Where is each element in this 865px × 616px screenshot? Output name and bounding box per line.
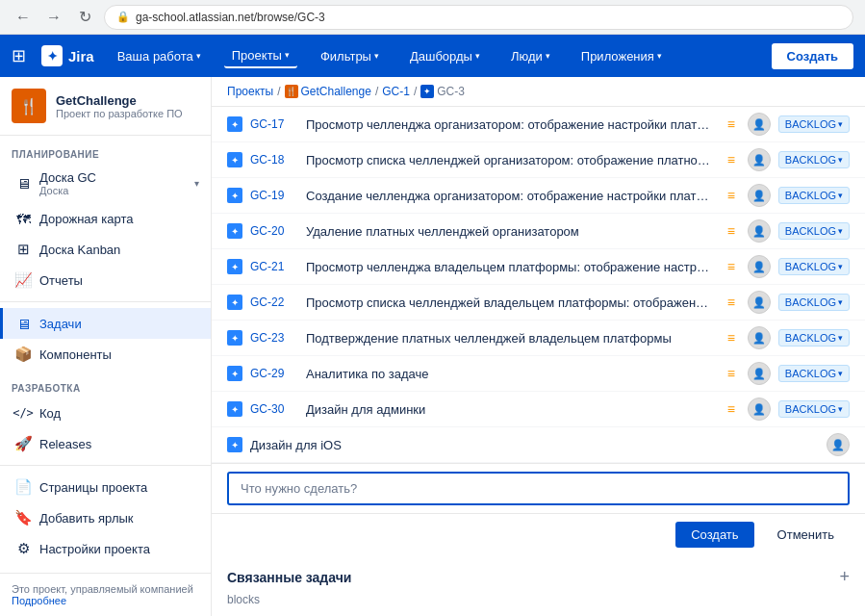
- code-label: Код: [39, 406, 61, 421]
- tasks-icon: 🖥: [14, 315, 32, 332]
- priority-medium-icon: ≡: [727, 330, 735, 346]
- sep-1: /: [277, 85, 280, 98]
- jira-badge-icon: ✦: [420, 85, 434, 98]
- table-row[interactable]: ✦GC-30Дизайн для админки≡👤BACKLOG ▾: [212, 392, 865, 427]
- issue-key[interactable]: GC-18: [250, 153, 298, 167]
- table-row[interactable]: ✦GC-20Удаление платных челленджей органи…: [212, 214, 865, 249]
- issue-key[interactable]: GC-22: [250, 295, 298, 309]
- chevron-right-icon: ▾: [194, 178, 199, 189]
- dashboards-btn[interactable]: Дашборды ▾: [402, 45, 488, 67]
- sidebar-item-roadmap[interactable]: 🗺 Дорожная карта: [0, 203, 211, 234]
- releases-label: Releases: [39, 437, 91, 451]
- breadcrumb-gc1[interactable]: GC-1: [382, 85, 410, 98]
- issue-summary: Дизайн для админки: [306, 402, 715, 417]
- refresh-button[interactable]: ↻: [73, 6, 96, 29]
- apps-btn[interactable]: Приложения ▾: [573, 45, 670, 67]
- jira-logo[interactable]: ✦ Jira: [41, 45, 94, 66]
- issue-status-badge[interactable]: BACKLOG ▾: [778, 365, 850, 382]
- issue-key[interactable]: GC-21: [250, 260, 298, 273]
- assignee-avatar: 👤: [748, 362, 771, 385]
- table-row[interactable]: ✦GC-22Просмотр списка челленджей владель…: [212, 285, 865, 321]
- create-button[interactable]: Создать: [772, 43, 853, 69]
- related-sub: blocks: [227, 593, 850, 606]
- sidebar-item-add-label[interactable]: 🔖 Добавить ярлык: [0, 502, 211, 533]
- reports-icon: 📈: [14, 271, 32, 289]
- sidebar-item-pages[interactable]: 📄 Страницы проекта: [0, 472, 211, 502]
- issue-status-badge[interactable]: BACKLOG ▾: [778, 329, 850, 346]
- issue-key[interactable]: GC-20: [250, 224, 298, 238]
- sidebar-item-kanban[interactable]: ⊞ Доска Kanban: [0, 234, 211, 265]
- priority-icon: ≡: [723, 258, 740, 275]
- related-add-button[interactable]: +: [839, 567, 850, 587]
- issue-key[interactable]: GC-23: [250, 331, 298, 345]
- chevron-down-icon: ▾: [657, 51, 662, 61]
- chevron-down-icon: ▾: [546, 51, 550, 61]
- sidebar-bottom: Это проект, управляемый компанией Подроб…: [0, 573, 211, 616]
- issue-key[interactable]: GC-19: [250, 189, 298, 202]
- related-section: Связанные задачи + blocks: [212, 555, 865, 616]
- issue-status-badge[interactable]: BACKLOG ▾: [778, 151, 850, 168]
- kanban-icon: ⊞: [14, 241, 32, 258]
- table-row[interactable]: ✦Дизайн для iOS👤: [212, 427, 865, 463]
- table-row[interactable]: ✦GC-29Аналитика по задаче≡👤BACKLOG ▾: [212, 356, 865, 392]
- table-row[interactable]: ✦GC-19Создание челленджа организатором: …: [212, 178, 865, 214]
- issue-key[interactable]: GC-17: [250, 117, 298, 131]
- grid-icon[interactable]: ⊞: [12, 45, 26, 66]
- chevron-down-icon: ▾: [838, 155, 843, 165]
- sidebar-item-settings[interactable]: ⚙ Настройки проекта: [0, 533, 211, 564]
- issue-status-badge[interactable]: BACKLOG ▾: [778, 222, 850, 240]
- reports-label: Отчеты: [39, 273, 83, 288]
- priority-icon: ≡: [723, 294, 740, 311]
- assignee-avatar: 👤: [748, 326, 771, 349]
- roadmap-icon: 🗺: [14, 210, 32, 227]
- chevron-down-icon: ▾: [838, 297, 843, 307]
- priority-icon: ≡: [723, 151, 740, 168]
- sidebar-item-tasks[interactable]: 🖥 Задачи: [0, 308, 211, 339]
- issue-status-badge[interactable]: BACKLOG ▾: [778, 400, 850, 418]
- code-icon: </>: [14, 404, 32, 422]
- issue-type-icon: ✦: [227, 188, 242, 203]
- breadcrumb: Проекты / 🍴 GetChallenge / GC-1 / ✦ GC-3: [212, 77, 865, 107]
- forward-button[interactable]: →: [42, 6, 65, 29]
- assignee-avatar: 👤: [748, 291, 771, 314]
- projects-btn[interactable]: Проекты ▾: [224, 44, 297, 68]
- table-row[interactable]: ✦GC-17Просмотр челленджа организатором: …: [212, 107, 865, 142]
- people-btn[interactable]: Люди ▾: [503, 45, 558, 67]
- breadcrumb-gc3: ✦ GC-3: [420, 85, 465, 98]
- address-bar[interactable]: 🔒 ga-school.atlassian.net/browse/GC-3: [104, 5, 853, 30]
- priority-icon: ≡: [723, 187, 740, 204]
- content-area: Проекты / 🍴 GetChallenge / GC-1 / ✦ GC-3…: [212, 77, 865, 616]
- assignee-avatar: 👤: [748, 148, 771, 171]
- sidebar-item-reports[interactable]: 📈 Отчеты: [0, 265, 211, 295]
- priority-icon: ≡: [723, 222, 740, 240]
- create-task-button[interactable]: Создать: [675, 522, 753, 548]
- back-button[interactable]: ←: [12, 6, 35, 29]
- url-text: ga-school.atlassian.net/browse/GC-3: [136, 11, 325, 24]
- chevron-down-icon: ▾: [838, 191, 843, 200]
- sidebar-item-board[interactable]: 🖥 Доска GC Доска ▾: [0, 164, 211, 203]
- priority-medium-icon: ≡: [727, 152, 735, 167]
- your-work-btn[interactable]: Ваша работа ▾: [110, 45, 209, 67]
- priority-icon: ≡: [723, 400, 740, 418]
- filters-btn[interactable]: Фильтры ▾: [313, 45, 387, 67]
- issue-status-badge[interactable]: BACKLOG ▾: [778, 258, 850, 275]
- table-row[interactable]: ✦GC-18Просмотр списка челленджей организ…: [212, 142, 865, 178]
- gc-badge-icon: 🍴: [285, 85, 298, 98]
- issue-key[interactable]: GC-30: [250, 402, 298, 416]
- issue-status-badge[interactable]: BACKLOG ▾: [778, 187, 850, 204]
- issue-status-badge[interactable]: BACKLOG ▾: [778, 294, 850, 311]
- sidebar-item-components[interactable]: 📦 Компоненты: [0, 339, 211, 370]
- issue-key[interactable]: GC-29: [250, 367, 298, 380]
- issue-status-badge[interactable]: BACKLOG ▾: [778, 116, 850, 133]
- create-task-input[interactable]: [227, 472, 850, 505]
- breadcrumb-getchallenge[interactable]: 🍴 GetChallenge: [285, 85, 371, 98]
- sidebar-item-releases[interactable]: 🚀 Releases: [0, 428, 211, 459]
- priority-medium-icon: ≡: [727, 188, 735, 203]
- breadcrumb-projects[interactable]: Проекты: [227, 85, 273, 98]
- related-header: Связанные задачи +: [227, 567, 850, 587]
- table-row[interactable]: ✦GC-21Просмотр челленджа владельцем плат…: [212, 249, 865, 285]
- details-link[interactable]: Подробнее: [12, 595, 66, 606]
- sidebar-item-code[interactable]: </> Код: [0, 398, 211, 428]
- cancel-task-button[interactable]: Отменить: [762, 522, 850, 548]
- table-row[interactable]: ✦GC-23Подтверждение платных челленджей в…: [212, 321, 865, 356]
